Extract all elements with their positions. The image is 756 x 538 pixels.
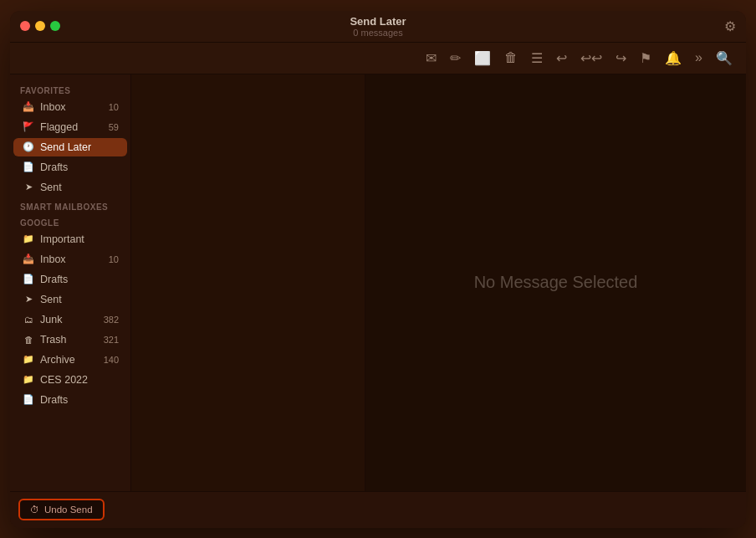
sidebar-item-inbox[interactable]: 📥 Inbox 10 xyxy=(13,98,127,116)
more-icon[interactable]: » xyxy=(692,49,706,67)
sent-label: Sent xyxy=(40,182,119,193)
sidebar-item-send-later[interactable]: 🕐 Send Later xyxy=(13,138,127,156)
junk-icon: 🗂 xyxy=(22,313,35,326)
main-area: Favorites 📥 Inbox 10 🚩 Flagged 59 🕐 Send… xyxy=(10,74,746,491)
flagged-badge: 59 xyxy=(109,122,119,132)
important-icon: 📁 xyxy=(22,233,35,246)
sent-google-icon: ➤ xyxy=(22,293,35,306)
bell-icon[interactable]: 🔔 xyxy=(662,49,685,68)
no-message-text: No Message Selected xyxy=(474,273,638,292)
forward-icon[interactable]: ↪ xyxy=(612,49,630,68)
undo-send-button[interactable]: ⏱ Undo Send xyxy=(18,499,105,520)
sidebar-item-important[interactable]: 📁 Important xyxy=(13,230,127,249)
sidebar-item-junk[interactable]: 🗂 Junk 382 xyxy=(13,310,127,329)
sidebar-item-drafts2[interactable]: 📄 Drafts xyxy=(13,391,127,409)
drafts2-label: Drafts xyxy=(40,394,119,406)
sent-google-label: Sent xyxy=(40,294,119,305)
search-icon[interactable]: 🔍 xyxy=(713,49,736,68)
title-bar: Send Later 0 messages ⚙ xyxy=(10,11,746,43)
archive-label: Archive xyxy=(40,354,100,366)
trash-badge: 321 xyxy=(104,335,119,345)
archive-badge: 140 xyxy=(104,355,119,365)
important-label: Important xyxy=(40,233,119,245)
sent-icon: ➤ xyxy=(22,181,35,194)
junk-label: Junk xyxy=(40,314,100,325)
close-button[interactable] xyxy=(20,21,30,31)
sidebar-item-sent-google[interactable]: ➤ Sent xyxy=(13,290,127,309)
maximize-button[interactable] xyxy=(50,21,60,31)
sidebar-item-archive[interactable]: 📁 Archive 140 xyxy=(13,351,127,369)
window-subtitle: 0 messages xyxy=(350,28,406,38)
drafts-google-icon: 📄 xyxy=(22,273,35,286)
inbox-icon: 📥 xyxy=(22,100,35,114)
sidebar-item-sent[interactable]: ➤ Sent xyxy=(13,178,127,197)
drafts-icon: 📄 xyxy=(22,161,35,174)
inbox-badge: 10 xyxy=(109,102,119,112)
app-window: Send Later 0 messages ⚙ ✉ ✏ ⬜ 🗑 ☰ ↩ ↩↩ ↪… xyxy=(10,11,746,528)
traffic-lights xyxy=(20,21,60,31)
trash-label: Trash xyxy=(40,334,100,346)
inbox-label: Inbox xyxy=(40,101,105,113)
sidebar-item-trash[interactable]: 🗑 Trash 321 xyxy=(13,330,127,349)
message-detail: No Message Selected xyxy=(365,74,746,491)
toolbar: ✉ ✏ ⬜ 🗑 ☰ ↩ ↩↩ ↪ ⚑ 🔔 » 🔍 xyxy=(10,43,746,74)
reply-all-icon[interactable]: ↩↩ xyxy=(577,49,605,68)
drafts2-icon: 📄 xyxy=(22,393,35,407)
ces2022-label: CES 2022 xyxy=(40,374,119,386)
ces2022-icon: 📁 xyxy=(22,373,35,387)
sidebar-item-drafts-google[interactable]: 📄 Drafts xyxy=(13,270,127,289)
send-later-icon: 🕐 xyxy=(22,141,35,154)
sidebar-item-drafts[interactable]: 📄 Drafts xyxy=(13,158,127,177)
flag-icon[interactable]: ⚑ xyxy=(636,49,655,68)
drafts-google-label: Drafts xyxy=(40,274,119,285)
sidebar-item-flagged[interactable]: 🚩 Flagged 59 xyxy=(13,118,127,136)
compose-icon[interactable]: ✉ xyxy=(422,49,440,68)
new-message-icon[interactable]: ✏ xyxy=(447,49,464,68)
inbox-google-label: Inbox xyxy=(40,254,105,265)
inbox-google-icon: 📥 xyxy=(22,253,35,266)
flagged-icon: 🚩 xyxy=(22,120,35,134)
move-icon[interactable]: ☰ xyxy=(528,49,546,68)
favorites-label: Favorites xyxy=(10,81,130,97)
google-label: Google xyxy=(10,213,130,229)
undo-send-label: Undo Send xyxy=(44,505,93,515)
archive-icon[interactable]: ⬜ xyxy=(471,49,494,68)
send-later-label: Send Later xyxy=(40,141,119,153)
undo-icon: ⏱ xyxy=(30,505,40,515)
title-center: Send Later 0 messages xyxy=(350,15,406,38)
trash-icon: 🗑 xyxy=(22,333,35,346)
bottom-bar: ⏱ Undo Send xyxy=(10,491,746,528)
drafts-label: Drafts xyxy=(40,161,119,173)
message-list xyxy=(131,74,365,491)
inbox-google-badge: 10 xyxy=(109,254,119,264)
window-title: Send Later xyxy=(350,15,406,28)
junk-badge: 382 xyxy=(104,315,119,325)
minimize-button[interactable] xyxy=(35,21,45,31)
sidebar-item-inbox-google[interactable]: 📥 Inbox 10 xyxy=(13,250,127,269)
flagged-label: Flagged xyxy=(40,121,105,133)
reply-icon[interactable]: ↩ xyxy=(553,49,570,68)
settings-icon[interactable]: ⚙ xyxy=(721,18,739,35)
sidebar-item-ces2022[interactable]: 📁 CES 2022 xyxy=(13,371,127,389)
archive-icon: 📁 xyxy=(22,353,35,366)
smart-mailboxes-label: Smart Mailboxes xyxy=(10,197,130,213)
delete-icon[interactable]: 🗑 xyxy=(501,49,521,67)
sidebar: Favorites 📥 Inbox 10 🚩 Flagged 59 🕐 Send… xyxy=(10,74,131,491)
